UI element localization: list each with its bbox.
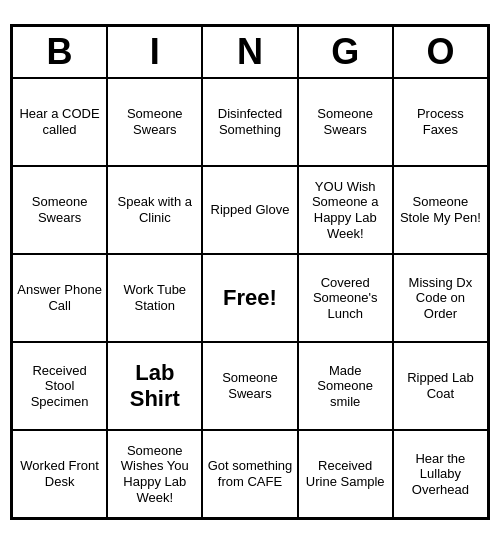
bingo-cell-10: Answer Phone Call <box>12 254 107 342</box>
bingo-cell-24: Hear the Lullaby Overhead <box>393 430 488 518</box>
bingo-cell-9: Someone Stole My Pen! <box>393 166 488 254</box>
bingo-cell-19: Ripped Lab Coat <box>393 342 488 430</box>
bingo-cell-18: Made Someone smile <box>298 342 393 430</box>
bingo-header: BINGO <box>12 26 488 78</box>
bingo-cell-14: Missing Dx Code on Order <box>393 254 488 342</box>
bingo-cell-21: Someone Wishes You Happy Lab Week! <box>107 430 202 518</box>
header-letter-I: I <box>107 26 202 78</box>
bingo-cell-12: Free! <box>202 254 297 342</box>
bingo-cell-11: Work Tube Station <box>107 254 202 342</box>
header-letter-B: B <box>12 26 107 78</box>
bingo-cell-4: Process Faxes <box>393 78 488 166</box>
bingo-cell-3: Someone Swears <box>298 78 393 166</box>
header-letter-O: O <box>393 26 488 78</box>
bingo-cell-5: Someone Swears <box>12 166 107 254</box>
bingo-cell-1: Someone Swears <box>107 78 202 166</box>
bingo-cell-6: Speak with a Clinic <box>107 166 202 254</box>
bingo-cell-16: Lab Shirt <box>107 342 202 430</box>
header-letter-G: G <box>298 26 393 78</box>
bingo-cell-17: Someone Swears <box>202 342 297 430</box>
bingo-cell-13: Covered Someone's Lunch <box>298 254 393 342</box>
bingo-card: BINGO Hear a CODE calledSomeone SwearsDi… <box>10 24 490 520</box>
bingo-cell-15: Received Stool Specimen <box>12 342 107 430</box>
bingo-cell-23: Received Urine Sample <box>298 430 393 518</box>
bingo-cell-22: Got something from CAFE <box>202 430 297 518</box>
bingo-grid: Hear a CODE calledSomeone SwearsDisinfec… <box>12 78 488 518</box>
bingo-cell-0: Hear a CODE called <box>12 78 107 166</box>
bingo-cell-2: Disinfected Something <box>202 78 297 166</box>
header-letter-N: N <box>202 26 297 78</box>
bingo-cell-8: YOU Wish Someone a Happy Lab Week! <box>298 166 393 254</box>
bingo-cell-20: Worked Front Desk <box>12 430 107 518</box>
bingo-cell-7: Ripped Glove <box>202 166 297 254</box>
